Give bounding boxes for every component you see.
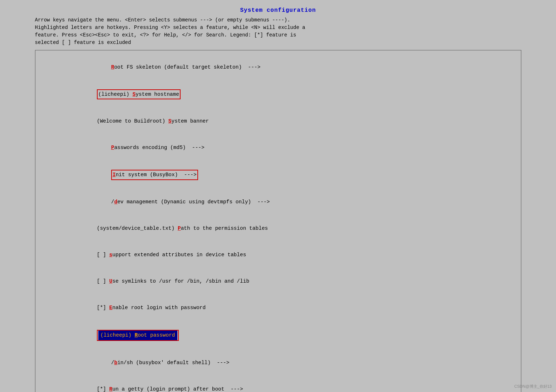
instruction-line-4: selected [ ] feature is excluded: [35, 39, 521, 46]
hotkey-b: b: [114, 360, 117, 366]
menu-item-use-symlinks[interactable]: [ ] Use symlinks to /usr for /bin, /sbin…: [35, 268, 521, 294]
menu-item-run-getty[interactable]: [*] Run a getty (login prompt) after boo…: [35, 376, 521, 392]
hotkey-S: S: [132, 91, 136, 97]
menu-item-support-extended[interactable]: [ ] support extended attributes in devic…: [35, 242, 521, 268]
hotkey-s: s: [109, 252, 113, 258]
system-config-screen: System configuration Arrow keys navigate…: [28, 4, 528, 392]
watermark: CSDN@博主_你好13: [514, 384, 552, 389]
menu-item-system-hostname[interactable]: (licheepi) System hostname: [35, 80, 521, 108]
instruction-line-1: Arrow keys navigate the menu. <Enter> se…: [35, 16, 521, 24]
menu-item-init-system[interactable]: Init system (BusyBox) --->: [35, 161, 521, 189]
menu-item-path-permission[interactable]: (system/device_table.txt) Path to the pe…: [35, 215, 521, 242]
hotkey-S2: S: [168, 118, 172, 124]
page-title: System configuration: [35, 7, 521, 14]
hotkey-d: d: [114, 199, 117, 205]
instruction-line-2: Highlighted letters are hotkeys. Pressin…: [35, 24, 521, 31]
menu-container: Root FS skeleton (default target skeleto…: [35, 50, 521, 392]
hotkey-U: U: [109, 278, 113, 284]
hotkey-R3: R: [109, 386, 113, 392]
menu-item-bin-sh[interactable]: /bin/sh (busybox' default shell) --->: [35, 349, 521, 376]
hotkey-E: E: [109, 305, 113, 311]
menu-item-passwords-encoding[interactable]: Passwords encoding (md5) --->: [35, 135, 521, 161]
menu-item-root-fs-skeleton[interactable]: Root FS skeleton (default target skeleto…: [35, 54, 521, 80]
instruction-line-3: feature. Press <Esc><Esc> to exit, <?> f…: [35, 31, 521, 39]
menu-item-root-password[interactable]: (licheepi) Root password: [35, 321, 521, 349]
hotkey-R2: R: [134, 332, 138, 338]
hotkey-P2: P: [178, 225, 181, 231]
menu-item-enable-root-login[interactable]: [*] Enable root login with password: [35, 294, 521, 321]
menu-item-dev-management[interactable]: /dev management (Dynamic using devtmpfs …: [35, 189, 521, 215]
instructions-block: Arrow keys navigate the menu. <Enter> se…: [35, 16, 521, 46]
hotkey-I: I: [113, 172, 116, 178]
menu-item-system-banner[interactable]: (Welcome to Buildroot) System banner: [35, 108, 521, 135]
